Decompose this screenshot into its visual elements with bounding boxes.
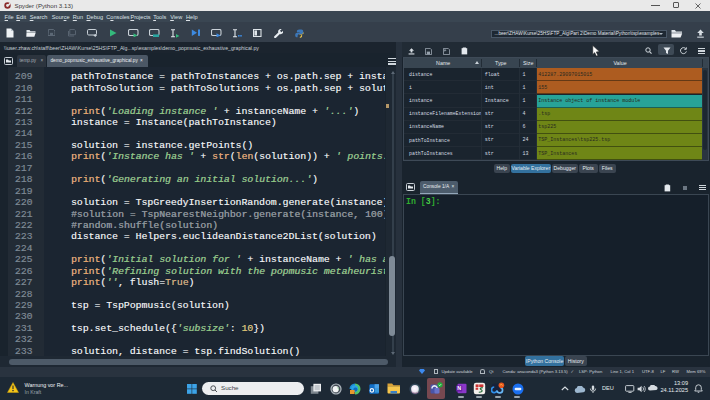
- svg-text:N: N: [457, 385, 461, 391]
